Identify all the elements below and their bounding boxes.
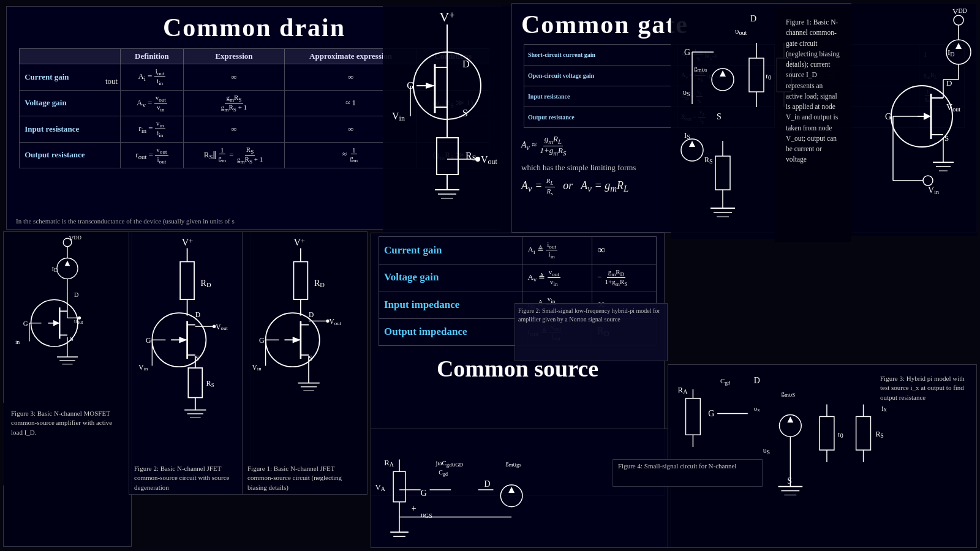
row-label: Short-circuit current gain bbox=[524, 45, 677, 66]
svg-text:V+: V+ bbox=[440, 9, 455, 24]
svg-text:gmυgs: gmυgs bbox=[505, 459, 521, 468]
row-definition: Ai = ioutiin bbox=[120, 64, 184, 91]
table-row: Current gain Ai ≜ ioutiin ∞ bbox=[379, 237, 656, 264]
row-definition: rin = viniin bbox=[120, 116, 184, 143]
svg-text:G: G bbox=[684, 48, 690, 57]
svg-marker-59 bbox=[720, 70, 726, 77]
svg-rect-182 bbox=[685, 399, 700, 435]
hybrid-pi-panel: RA Cgd G D υx gmυS r0 RS bbox=[668, 364, 977, 548]
row-definition: Ai ≜ ioutiin bbox=[522, 237, 592, 264]
svg-rect-137 bbox=[293, 261, 307, 299]
svg-text:V+: V+ bbox=[293, 237, 304, 248]
row-expression: ∞ bbox=[184, 116, 285, 143]
row-definition: Av ≜ voutvin bbox=[522, 264, 592, 291]
svg-marker-28 bbox=[956, 43, 962, 49]
svg-text:in: in bbox=[15, 339, 20, 345]
svg-text:RS: RS bbox=[704, 156, 713, 165]
svg-text:gmυs: gmυs bbox=[694, 64, 707, 73]
svg-text:Vin: Vin bbox=[138, 364, 148, 372]
row-label: Open-circuit voltage gain bbox=[524, 66, 677, 86]
gate-circuit-panel: VDD ID D G S bbox=[851, 3, 977, 236]
row-label: Input resistance bbox=[524, 86, 677, 107]
svg-text:G: G bbox=[885, 112, 891, 121]
svg-text:D: D bbox=[74, 291, 78, 298]
row-expression: − gmRD1+gmRS bbox=[592, 264, 656, 291]
small-signal-text: Figure 2: Small-signal low-frequency hyb… bbox=[518, 307, 664, 324]
row-label: Output resistance bbox=[20, 142, 120, 168]
row-label: Voltage gain bbox=[20, 90, 120, 116]
svg-text:D: D bbox=[195, 311, 200, 318]
svg-text:S: S bbox=[195, 354, 199, 362]
svg-text:S: S bbox=[462, 108, 468, 118]
svg-marker-191 bbox=[787, 416, 793, 422]
figure1-desc-panel: Figure 1: Basic N-channel common-gate ci… bbox=[775, 6, 851, 242]
svg-rect-75 bbox=[715, 156, 730, 190]
svg-text:S: S bbox=[787, 476, 792, 485]
jfet1-panel: V+ RD D G Vin S Vout bbox=[129, 231, 251, 495]
drain-circuit-panel: V+ G D S Vin bbox=[383, 6, 511, 233]
svg-text:Vin: Vin bbox=[928, 186, 939, 195]
svg-rect-110 bbox=[180, 261, 194, 299]
svg-rect-161 bbox=[393, 471, 405, 501]
row-label: Output resistance bbox=[524, 107, 677, 128]
col-header-expression: Expression bbox=[184, 49, 285, 64]
svg-rect-129 bbox=[188, 368, 202, 397]
svg-text:Vout: Vout bbox=[946, 103, 960, 113]
svg-text:Vout: Vout bbox=[216, 323, 228, 332]
svg-text:D: D bbox=[754, 376, 760, 385]
svg-text:gmυS: gmυS bbox=[781, 389, 795, 398]
jfet2-svg: V+ RD D G Vin S Vout bbox=[243, 232, 367, 459]
svg-marker-119 bbox=[179, 337, 187, 343]
page-container: Common drain Definition Expression Appro… bbox=[0, 0, 980, 551]
svg-text:VDD: VDD bbox=[952, 7, 967, 16]
svg-text:D: D bbox=[462, 59, 470, 69]
bottom-left-caption: Figure 3: Basic N-channel MOSFET common-… bbox=[3, 403, 129, 485]
svg-text:+: + bbox=[412, 504, 417, 513]
svg-marker-41 bbox=[924, 113, 931, 120]
svg-text:Cgd: Cgd bbox=[720, 377, 731, 386]
svg-point-49 bbox=[923, 176, 933, 186]
svg-text:V+: V+ bbox=[182, 237, 193, 248]
svg-text:G: G bbox=[708, 409, 714, 418]
tout-label: tout bbox=[105, 77, 118, 86]
svg-text:RS: RS bbox=[206, 379, 214, 388]
svg-text:G: G bbox=[259, 336, 265, 345]
svg-rect-197 bbox=[856, 416, 871, 450]
fig4-caption: Figure 4: Small-signal circuit for N-cha… bbox=[618, 462, 757, 470]
svg-marker-146 bbox=[293, 337, 301, 343]
svg-text:r0: r0 bbox=[766, 72, 771, 81]
svg-text:RD: RD bbox=[201, 278, 211, 288]
svg-text:G: G bbox=[421, 489, 427, 498]
svg-point-24 bbox=[954, 15, 963, 25]
svg-marker-85 bbox=[65, 261, 70, 266]
svg-text:Vout: Vout bbox=[481, 154, 498, 166]
row-definition: rout = voutiout bbox=[120, 142, 184, 168]
svg-text:IS: IS bbox=[684, 130, 690, 140]
row-expression: RS‖1gm = RSgmRS + 1 bbox=[184, 142, 285, 168]
svg-text:S: S bbox=[309, 354, 312, 362]
svg-point-102 bbox=[78, 317, 81, 320]
fig1-jfet-caption: Figure 1: Basic N-channel JFET common-so… bbox=[243, 461, 367, 495]
col-header-definition: Definition bbox=[120, 49, 184, 64]
svg-rect-61 bbox=[749, 58, 764, 92]
svg-text:D: D bbox=[484, 479, 491, 489]
svg-text:jωCgdυGD: jωCgdυGD bbox=[435, 459, 463, 468]
svg-text:Vout: Vout bbox=[330, 318, 342, 326]
row-expression: ∞ bbox=[592, 237, 656, 264]
fig4-caption-panel: Figure 4: Small-signal circuit for N-cha… bbox=[612, 459, 763, 487]
svg-text:υS: υS bbox=[763, 446, 770, 455]
svg-text:D: D bbox=[750, 14, 756, 23]
svg-text:Vin: Vin bbox=[392, 111, 405, 122]
svg-marker-173 bbox=[508, 487, 514, 493]
col-header-label bbox=[20, 49, 120, 64]
row-label: Output impedance bbox=[379, 318, 522, 346]
svg-text:RA: RA bbox=[384, 459, 394, 468]
svg-text:G: G bbox=[23, 320, 28, 327]
svg-text:RD: RD bbox=[314, 278, 325, 288]
row-expression: gmRSgmRS + 1 bbox=[184, 90, 285, 116]
cs-circuit-svg: RA VA G Cgd D jωCgdυGD gmυgs υGS + bbox=[371, 429, 670, 547]
svg-text:υout: υout bbox=[735, 26, 747, 36]
svg-text:S: S bbox=[944, 133, 949, 143]
svg-point-22 bbox=[475, 157, 480, 162]
fig2-jfet-caption: Figure 2: Basic N-channel JFET common-so… bbox=[129, 461, 251, 495]
